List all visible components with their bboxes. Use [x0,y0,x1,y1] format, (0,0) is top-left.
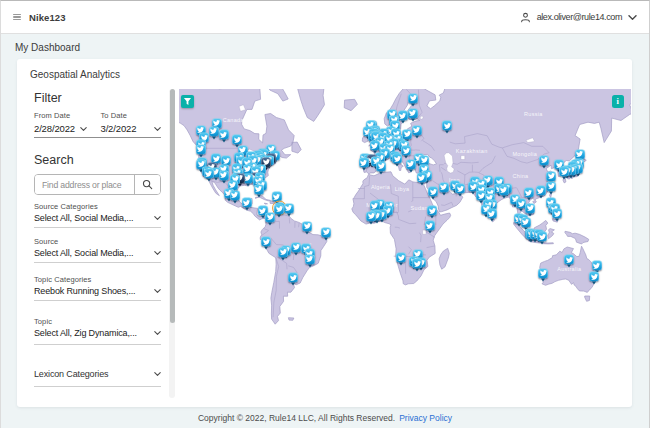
map-tweet-marker[interactable] [499,185,509,195]
map-tweet-marker[interactable] [412,259,422,269]
map-tweet-marker[interactable] [417,173,427,183]
map-tweet-marker[interactable] [305,254,315,264]
map-tweet-marker[interactable] [376,161,386,171]
map-tweet-marker[interactable] [546,171,556,181]
map-tweet-marker[interactable] [538,268,548,278]
brand-title: Nike123 [29,12,66,23]
chevron-down-icon [154,127,161,131]
twitter-bird-icon [539,233,546,240]
map-tweet-marker[interactable] [242,198,252,208]
copyright-text: Copyright © 2022, Rule14 LLC, All Rights… [198,413,395,423]
filter-heading: Filter [34,91,161,105]
top-bar: Nike123 alex.oliver@rule14.com [1,1,649,34]
map-tweet-marker[interactable] [589,272,599,282]
map-tweet-marker[interactable] [564,255,574,265]
map-tweet-marker[interactable] [265,212,275,222]
search-input[interactable] [35,175,134,194]
twitter-bird-icon [444,122,451,129]
hamburger-menu-icon[interactable] [13,14,21,21]
twitter-bird-icon [429,207,436,214]
map-tweet-marker[interactable] [278,247,288,257]
twitter-bird-icon [576,151,583,158]
breadcrumb[interactable]: My Dashboard [1,34,649,53]
map-tweet-marker[interactable] [204,169,214,179]
map-tweet-marker[interactable] [521,217,531,227]
twitter-bird-icon [430,188,437,195]
map-tweet-marker[interactable] [439,182,449,192]
map-tweet-marker[interactable] [302,221,312,231]
twitter-bird-icon [323,229,330,236]
map-tweet-marker[interactable] [284,203,294,213]
to-date-select[interactable]: To Date 3/2/2022 [95,111,162,134]
twitter-bird-icon [426,222,433,229]
map-filter-button[interactable] [181,95,194,108]
twitter-bird-icon [527,205,534,212]
map-tweet-marker[interactable] [552,209,562,219]
twitter-bird-icon [537,187,544,194]
twitter-bird-icon [244,175,251,182]
map-tweet-marker[interactable] [425,221,435,231]
filter-groups: Source CategoriesSelect All, Social Medi… [34,202,161,387]
filter-group-value: Select All, Zig Dynamica,... [34,328,137,338]
filter-group-topic[interactable]: TopicSelect All, Zig Dynamica,... [34,317,161,345]
map-tweet-marker[interactable] [592,261,602,271]
chevron-down-icon [628,15,637,20]
map-tweet-marker[interactable] [219,130,229,140]
map-tweet-marker[interactable] [366,211,376,221]
map-tweet-marker[interactable] [524,188,534,198]
map-tweet-marker[interactable] [442,121,452,131]
map-tweet-marker[interactable] [398,111,408,121]
map-tweet-marker[interactable] [455,184,465,194]
map-tweet-marker[interactable] [219,170,229,180]
funnel-icon [183,97,192,106]
map-tweet-marker[interactable] [546,181,556,191]
filter-group-source[interactable]: SourceSelect All, Social Media,... [34,237,161,263]
map-tweet-marker[interactable] [209,126,219,136]
from-date-select[interactable]: From Date 2/28/2022 [34,111,95,134]
user-menu[interactable]: alex.oliver@rule14.com [520,12,637,23]
filter-group-topic-categories[interactable]: Topic CategoriesReebok Running Shoes,... [34,275,161,301]
map-tweet-marker[interactable] [401,146,411,156]
to-date-label: To Date [101,111,162,120]
twitter-bird-icon [409,110,416,117]
map-tweet-marker[interactable] [412,125,422,135]
map-tweet-marker[interactable] [359,158,369,168]
twitter-bird-icon [541,157,548,164]
privacy-policy-link[interactable]: Privacy Policy [399,413,452,423]
sidebar-scrollbar[interactable] [169,89,175,398]
map-tweet-marker[interactable] [261,237,271,247]
map-info-button[interactable]: i [612,95,625,108]
map-tweet-marker[interactable] [196,144,206,154]
scrollbar-thumb[interactable] [170,89,175,323]
map-tweet-marker[interactable] [406,159,416,169]
map-tweet-marker[interactable] [539,155,549,165]
map-tweet-marker[interactable] [408,93,418,103]
map-tweet-marker[interactable] [487,209,497,219]
map-tweet-marker[interactable] [559,167,569,177]
twitter-bird-icon [410,95,417,102]
map-tweet-marker[interactable] [408,108,418,118]
map-tweet-marker[interactable] [230,190,240,200]
twitter-bird-icon [561,168,568,175]
twitter-bird-icon [280,249,287,256]
map-tweet-marker[interactable] [396,253,406,263]
map-tweet-marker[interactable] [291,242,301,252]
map-tweet-marker[interactable] [427,206,437,216]
map-tweet-marker[interactable] [274,204,284,214]
from-date-label: From Date [34,111,95,120]
map-tweet-marker[interactable] [536,186,546,196]
map-tweet-marker[interactable] [525,203,535,213]
twitter-bird-icon [205,170,212,177]
twitter-bird-icon [197,146,204,153]
map-tweet-marker[interactable] [428,187,438,197]
filter-group-source-categories[interactable]: Source CategoriesSelect All, Social Medi… [34,202,161,228]
map-tweet-marker[interactable] [537,232,547,242]
map-tweet-marker[interactable] [321,227,331,237]
map-area[interactable]: CanadaRussiaKazakhstanMongoliaChinaIranA… [179,89,631,398]
map-tweet-marker[interactable] [254,184,264,194]
search-button[interactable] [134,175,160,194]
map-tweet-marker[interactable] [392,154,402,164]
map-tweet-marker[interactable] [288,273,298,283]
filter-group-lexicon-categories[interactable]: Lexicon Categories [34,369,161,387]
map-tweet-marker[interactable] [232,135,242,145]
